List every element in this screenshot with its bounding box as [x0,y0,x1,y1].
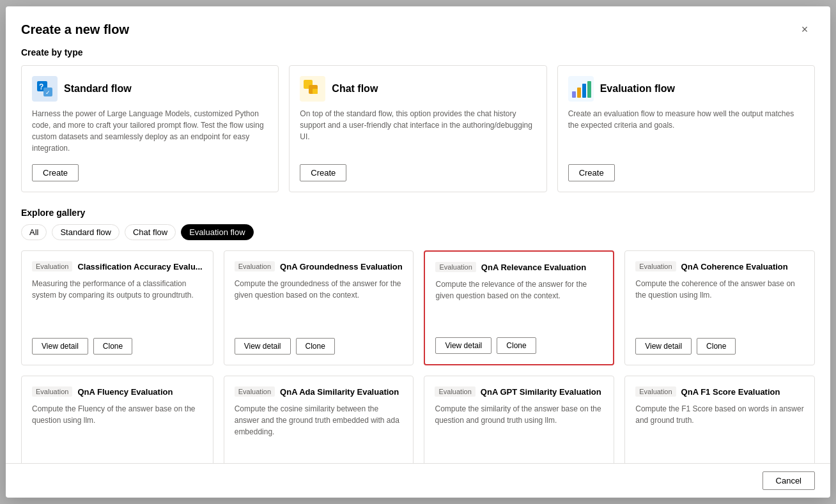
gallery-card-qna-coherence: Evaluation QnA Coherence Evaluation Comp… [624,250,815,365]
card-desc: Compute the F1 Score based on words in a… [635,403,804,455]
card-actions: View detail Clone [235,338,403,355]
svg-rect-13 [587,81,591,98]
standard-flow-desc: Harness the power of Large Language Mode… [32,108,268,154]
card-name: QnA Relevance Evaluation [481,263,586,272]
eval-badge: Evaluation [435,262,476,272]
eval-flow-desc: Create an evaluation flow to measure how… [568,108,804,154]
view-detail-button[interactable]: View detail [635,338,692,355]
card-name: QnA Coherence Evaluation [681,262,788,271]
eval-badge: Evaluation [435,386,475,397]
create-flow-dialog: Create a new flow × Create by type ? ✓ [6,6,830,498]
card-header: Evaluation QnA Fluency Evaluation [32,386,203,397]
view-detail-button[interactable]: View detail [235,338,291,355]
dialog-title: Create a new flow [21,22,129,37]
eval-badge: Evaluation [635,261,676,271]
filter-standard[interactable]: Standard flow [52,224,120,240]
standard-flow-card: ? ✓ Standard flow Harness the power of L… [21,65,279,192]
gallery-card-qna-groundedness: Evaluation QnA Groundedness Evaluation C… [224,250,414,365]
eval-badge: Evaluation [235,386,275,397]
card-desc: Compute the groundedness of the answer f… [235,278,403,330]
eval-flow-icon [568,76,594,102]
gallery-card-qna-relevance: Evaluation QnA Relevance Evaluation Comp… [424,250,614,365]
card-desc: Compute the similarity of the answer bas… [435,403,603,455]
svg-rect-10 [572,91,576,98]
card-header: Evaluation QnA F1 Score Evaluation [635,386,804,397]
flow-types-grid: ? ✓ Standard flow Harness the power of L… [21,65,815,192]
card-header: Evaluation Classification Accuracy Evalu… [32,261,203,271]
view-detail-button[interactable]: View detail [32,338,88,355]
svg-rect-11 [577,88,581,98]
dialog-header: Create a new flow × [6,6,830,47]
filter-tabs: All Standard flow Chat flow Evaluation f… [21,224,815,240]
gallery-card-qna-fluency: Evaluation QnA Fluency Evaluation Comput… [21,376,213,463]
gallery-grid: Evaluation Classification Accuracy Evalu… [21,250,815,463]
gallery-card-qna-ada-similarity: Evaluation QnA Ada Similarity Evaluation… [224,376,414,463]
card-header: Evaluation QnA GPT Similarity Evaluation [435,386,603,397]
dialog-footer: Cancel [6,463,830,498]
clone-button[interactable]: Clone [296,338,335,355]
standard-flow-icon: ? ✓ [32,76,58,102]
create-by-type-label: Create by type [21,47,815,57]
standard-flow-create-button[interactable]: Create [32,164,79,181]
card-header: Evaluation QnA Ada Similarity Evaluation [235,386,403,397]
svg-text:✓: ✓ [45,89,50,96]
evaluation-flow-card: Evaluation flow Create an evaluation flo… [557,65,815,192]
chat-flow-header: Chat flow [300,76,536,102]
eval-badge: Evaluation [32,261,72,271]
card-name: QnA Fluency Evaluation [77,387,173,397]
clone-button[interactable]: Clone [497,337,536,354]
svg-rect-12 [582,84,586,98]
filter-evaluation[interactable]: Evaluation flow [181,224,253,240]
card-desc: Compute the Fluency of the answer base o… [32,403,203,455]
cancel-button[interactable]: Cancel [762,471,815,490]
card-header: Evaluation QnA Groundedness Evaluation [235,261,403,271]
chat-flow-icon [300,76,325,102]
gallery-card-qna-gpt-similarity: Evaluation QnA GPT Similarity Evaluation… [424,376,614,463]
dialog-body: Create by type ? ✓ Standard flow [6,47,830,463]
card-header: Evaluation QnA Coherence Evaluation [635,261,804,271]
eval-badge: Evaluation [32,386,72,397]
view-detail-button[interactable]: View detail [435,337,492,354]
card-name: QnA F1 Score Evaluation [681,387,780,397]
card-desc: Measuring the performance of a classific… [32,278,203,330]
filter-all[interactable]: All [21,224,47,240]
svg-rect-8 [313,89,318,94]
eval-flow-create-button[interactable]: Create [568,164,615,181]
clone-button[interactable]: Clone [93,338,132,355]
eval-badge: Evaluation [635,386,676,397]
chat-flow-name: Chat flow [332,83,378,95]
card-desc: Compute the relevance of the answer for … [435,279,603,330]
chat-flow-card: Chat flow On top of the standard flow, t… [289,65,546,192]
card-name: QnA Groundedness Evaluation [280,262,403,271]
card-actions: View detail Clone [32,338,203,355]
card-desc: Compute the coherence of the answer base… [635,278,804,330]
card-name: QnA Ada Similarity Evaluation [280,387,399,397]
card-name: QnA GPT Similarity Evaluation [481,387,601,397]
card-name: Classification Accuracy Evalu... [77,262,202,271]
gallery-card-qna-f1-score: Evaluation QnA F1 Score Evaluation Compu… [624,376,815,463]
standard-flow-name: Standard flow [64,83,132,95]
card-header: Evaluation QnA Relevance Evaluation [435,262,603,272]
card-actions: View detail Clone [435,337,603,354]
eval-flow-header: Evaluation flow [568,76,804,102]
chat-flow-desc: On top of the standard flow, this option… [300,108,536,154]
gallery-card-classification-accuracy: Evaluation Classification Accuracy Evalu… [21,250,213,365]
svg-text:?: ? [39,82,43,91]
chat-flow-create-button[interactable]: Create [300,164,346,181]
standard-flow-header: ? ✓ Standard flow [32,76,268,102]
eval-flow-name: Evaluation flow [600,83,675,95]
close-button[interactable]: × [794,19,815,40]
clone-button[interactable]: Clone [697,338,736,355]
card-actions: View detail Clone [635,338,804,355]
card-desc: Compute the cosine similarity between th… [235,403,403,455]
filter-chat[interactable]: Chat flow [125,224,176,240]
eval-badge: Evaluation [235,261,275,271]
gallery-label: Explore gallery [21,208,815,218]
